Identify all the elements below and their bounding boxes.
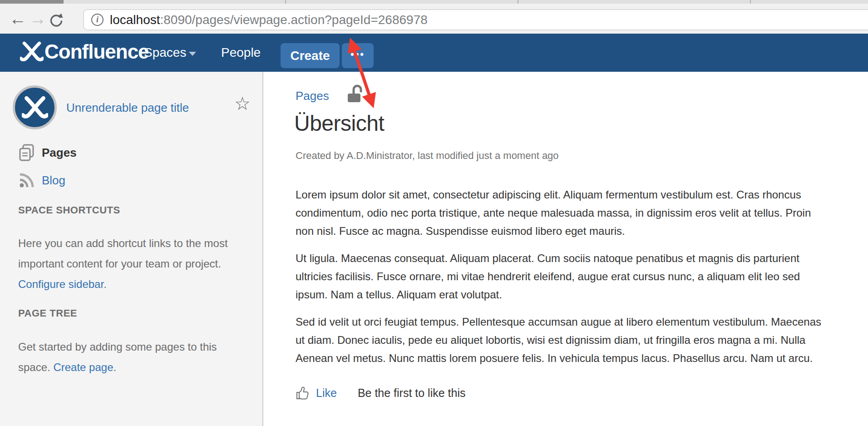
byline: Created by A.D.Ministrator, last modifie… [296, 150, 559, 162]
shortcuts-text: Here you can add shortcut links to the m… [18, 237, 228, 270]
sidebar-blog-label: Blog [42, 173, 65, 188]
tab-separator [518, 0, 518, 4]
space-sidebar: Unrenderable page title ☆ Pages Blog SPA… [0, 72, 263, 426]
paragraph: Ut ligula. Maecenas consequat. Aliquam p… [296, 249, 868, 304]
url-host: localhost [110, 13, 160, 27]
confluence-logo[interactable]: Confluence [20, 40, 149, 64]
url-text[interactable]: localhost:8090/pages/viewpage.action?pag… [110, 13, 428, 27]
back-icon[interactable]: ← [9, 10, 26, 27]
tab-separator [285, 0, 286, 4]
space-x-icon [22, 94, 48, 121]
sidebar-item-blog[interactable]: Blog [18, 172, 65, 189]
page-tree-heading: PAGE TREE [18, 307, 77, 319]
url-path: :8090/pages/viewpage.action?pageId=26869… [160, 13, 428, 27]
sidebar-item-pages[interactable]: Pages [18, 144, 77, 162]
like-status-text: Be the first to like this [358, 386, 466, 400]
page-content: Pages Übersicht Created by A.D.Ministrat… [264, 72, 868, 426]
nav-spaces[interactable]: Spaces [144, 45, 186, 60]
configure-sidebar-link[interactable]: Configure sidebar [18, 278, 104, 290]
confluence-x-icon [20, 40, 44, 64]
active-tab-edge [0, 0, 64, 4]
more-actions-button[interactable]: ••• [342, 43, 374, 68]
pagetree-text: Get started by adding some pages to this… [18, 341, 217, 373]
pagetree-suffix: . [113, 361, 116, 373]
sidebar-pages-label: Pages [42, 146, 77, 160]
tab-separator [750, 0, 751, 4]
shortcuts-suffix: . [104, 278, 107, 290]
browser-toolbar: ← → i localhost:8090/pages/viewpage.acti… [0, 4, 868, 34]
body-text-line: Ut ligula. Maecenas consequat. Aliquam p… [296, 249, 868, 267]
blog-rss-icon [18, 172, 35, 189]
page-tree-text: Get started by adding some pages to this… [18, 337, 237, 377]
browser-window: ← → i localhost:8090/pages/viewpage.acti… [0, 0, 868, 426]
body-text-line: non nisl. Fusce ac magna. Suspendisse eu… [296, 222, 868, 240]
chevron-down-icon [189, 52, 196, 56]
confluence-navbar: Confluence Spaces People Create ••• [0, 34, 868, 72]
breadcrumb-pages-link[interactable]: Pages [296, 89, 329, 103]
body-text-line: ultricies facilisis. Fusce ornare, mi vi… [296, 267, 868, 286]
reload-icon[interactable] [48, 12, 64, 30]
create-button[interactable]: Create [281, 43, 340, 68]
url-bar[interactable]: i localhost:8090/pages/viewpage.action?p… [83, 9, 868, 30]
paragraph: Sed id velit ut orci feugiat tempus. Pel… [296, 313, 868, 367]
brand-name: Confluence [44, 40, 149, 63]
paragraph: Lorem ipsum dolor sit amet, consectetur … [296, 186, 868, 240]
body-text-line: Lorem ipsum dolor sit amet, consectetur … [296, 186, 868, 204]
space-title-link[interactable]: Unrenderable page title [66, 101, 189, 115]
pages-icon [18, 144, 35, 162]
page-info-icon[interactable]: i [91, 14, 104, 26]
create-page-link[interactable]: Create page [53, 361, 113, 373]
thumbs-up-icon[interactable] [296, 385, 310, 401]
body-text-line: Sed id velit ut orci feugiat tempus. Pel… [296, 313, 868, 331]
like-row: Like Be the first to like this [296, 384, 465, 402]
space-logo[interactable] [13, 85, 57, 129]
favourite-star-icon[interactable]: ☆ [234, 94, 251, 113]
body-text-line: ut diam. Donec iaculis, pede eu aliquet … [296, 331, 868, 349]
space-shortcuts-text: Here you can add shortcut links to the m… [18, 233, 237, 294]
body-text-line: condimentum, odio nec porta tristique, a… [296, 204, 868, 222]
space-shortcuts-heading: SPACE SHORTCUTS [18, 204, 120, 216]
unlocked-icon [346, 84, 363, 104]
forward-icon: → [29, 10, 46, 27]
browser-tabstrip [0, 0, 868, 4]
body-text-line: Aenean vel metus. Nunc mattis lorem posu… [296, 349, 868, 367]
nav-people[interactable]: People [221, 45, 261, 60]
like-button[interactable]: Like [316, 386, 337, 400]
page-title: Übersicht [294, 111, 384, 136]
body-text-line: ipsum. Nam a tellus. Aliquam erat volutp… [296, 286, 868, 304]
